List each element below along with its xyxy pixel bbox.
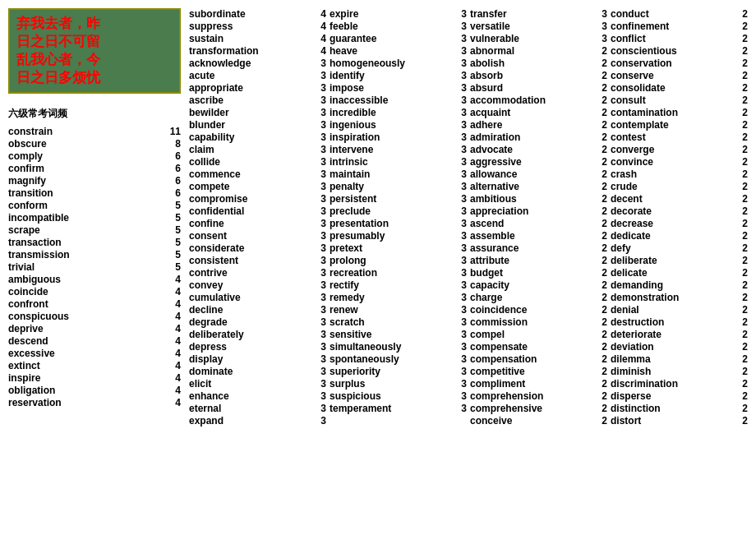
list-item: compromise3: [189, 193, 326, 205]
list-item: delicate2: [611, 267, 748, 279]
word-count: 2: [602, 58, 607, 69]
word-name: heave: [330, 45, 357, 57]
word-count: 3: [461, 21, 467, 32]
list-item: transmission5: [8, 249, 181, 261]
word-count: 2: [602, 304, 607, 316]
word-count: 3: [461, 95, 467, 106]
word-name: coincide: [8, 286, 48, 297]
word-name: diminish: [611, 366, 651, 377]
list-item: conspicuous4: [8, 311, 181, 322]
word-count: 4: [175, 274, 181, 285]
word-count: 3: [461, 107, 467, 118]
word-name: acute: [189, 70, 214, 81]
list-item: compliment2: [470, 378, 607, 390]
list-item: discrimination2: [611, 378, 748, 390]
list-item: expand3: [189, 415, 326, 427]
word-count: 2: [742, 119, 748, 131]
word-name: confirm: [8, 163, 44, 174]
word-count: 2: [602, 279, 607, 291]
list-item: compensate2: [470, 341, 607, 353]
word-name: budget: [470, 267, 503, 279]
word-name: deteriorate: [611, 329, 662, 340]
word-count: 2: [602, 82, 607, 94]
col2: expire3feeble3guarantee3heave3homogeneou…: [330, 8, 467, 427]
list-item: rectify3: [330, 279, 467, 291]
word-name: conform: [8, 200, 48, 211]
list-item: magnify6: [8, 175, 181, 187]
word-count: 2: [742, 168, 748, 180]
word-count: 4: [175, 335, 181, 347]
list-item: excessive4: [8, 348, 181, 359]
word-count: 2: [742, 378, 748, 390]
list-item: ambiguous4: [8, 274, 181, 285]
word-count: 2: [602, 415, 607, 427]
list-item: diminish2: [611, 366, 748, 377]
word-count: 3: [461, 58, 467, 69]
word-count: 4: [320, 8, 326, 20]
word-count: 2: [742, 403, 748, 414]
word-count: 2: [742, 107, 748, 118]
list-item: depress3: [189, 341, 326, 353]
list-item: remedy3: [330, 292, 467, 303]
list-item: deliberate2: [611, 255, 748, 266]
list-item: acknowledge3: [189, 58, 326, 69]
list-item: recreation3: [330, 267, 467, 279]
word-name: transmission: [8, 249, 70, 261]
word-count: 2: [742, 279, 748, 291]
word-name: persistent: [330, 193, 376, 205]
list-item: deteriorate2: [611, 329, 748, 340]
word-name: deliberately: [189, 329, 244, 340]
word-name: extinct: [8, 360, 40, 371]
word-count: 2: [742, 82, 748, 94]
word-count: 3: [461, 181, 467, 192]
list-item: ascribe3: [189, 95, 326, 106]
left-panel: 弃我去者，昨 日之日不可留 乱我心者，今 日之日多烦忧 六级常考词频 const…: [8, 8, 181, 427]
word-name: incompatible: [8, 212, 69, 224]
word-count: 4: [175, 348, 181, 359]
list-item: scratch3: [330, 316, 467, 328]
list-item: consolidate2: [611, 82, 748, 94]
word-count: 3: [320, 341, 326, 353]
word-name: consult: [611, 95, 646, 106]
word-count: 4: [320, 21, 326, 32]
word-name: dominate: [189, 366, 233, 377]
word-count: 3: [320, 181, 326, 192]
list-item: sensitive3: [330, 329, 467, 340]
word-name: contrive: [189, 267, 228, 279]
list-item: demonstration2: [611, 292, 748, 303]
list-item: presentation3: [330, 218, 467, 229]
col1: subordinate4suppress4sustain4transformat…: [189, 8, 326, 427]
word-name: decline: [189, 304, 223, 316]
word-name: dilemma: [611, 353, 651, 365]
word-name: identify: [330, 70, 365, 81]
word-name: admiration: [470, 131, 520, 143]
word-count: 2: [742, 58, 748, 69]
word-count: 4: [175, 323, 181, 334]
word-name: conflict: [611, 33, 646, 44]
word-name: obligation: [8, 385, 55, 396]
word-count: 3: [320, 82, 326, 94]
list-item: enhance3: [189, 390, 326, 402]
word-count: 3: [461, 366, 467, 377]
word-name: sustain: [189, 33, 224, 44]
word-name: trivial: [8, 261, 35, 273]
word-count: 3: [320, 168, 326, 180]
word-count: 3: [461, 279, 467, 291]
word-name: obscure: [8, 138, 47, 150]
word-count: 2: [602, 242, 607, 254]
word-count: 2: [742, 95, 748, 106]
word-count: 3: [320, 415, 326, 427]
word-count: 4: [175, 360, 181, 371]
list-item: confinement2: [611, 21, 748, 32]
list-item: consult2: [611, 95, 748, 106]
word-count: 3: [320, 131, 326, 143]
list-item: denial2: [611, 304, 748, 316]
word-count: 6: [175, 175, 181, 187]
word-count: 2: [602, 119, 607, 131]
list-item: appreciation2: [470, 205, 607, 217]
word-name: guarantee: [330, 33, 376, 44]
list-item: dilemma2: [611, 353, 748, 365]
word-count: 2: [742, 329, 748, 340]
word-count: 2: [602, 403, 607, 414]
word-name: deviation: [611, 341, 654, 353]
